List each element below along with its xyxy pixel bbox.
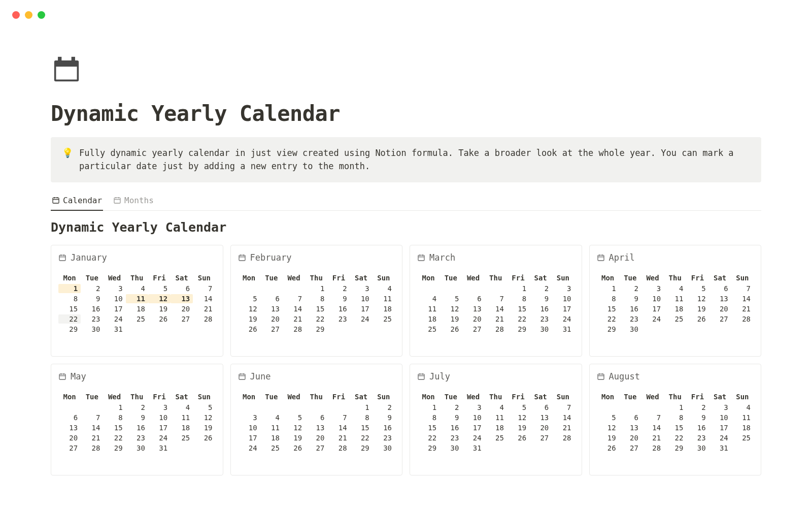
day-cell[interactable]: 4: [373, 284, 395, 293]
day-cell[interactable]: 10: [552, 294, 574, 303]
day-cell[interactable]: 5: [193, 403, 215, 412]
day-cell[interactable]: 3: [552, 284, 574, 293]
day-cell[interactable]: 1: [58, 284, 81, 293]
day-cell[interactable]: 27: [619, 443, 641, 453]
day-cell[interactable]: 26: [597, 443, 619, 453]
day-cell[interactable]: 26: [148, 314, 171, 324]
day-cell[interactable]: 18: [126, 304, 148, 313]
day-cell[interactable]: 15: [103, 423, 125, 432]
day-cell[interactable]: 14: [81, 423, 103, 432]
day-cell[interactable]: 2: [327, 284, 350, 293]
day-cell[interactable]: 25: [485, 433, 507, 442]
day-cell[interactable]: 27: [260, 325, 283, 334]
day-cell[interactable]: 18: [417, 314, 439, 324]
day-cell[interactable]: 5: [148, 284, 171, 293]
day-cell[interactable]: 13: [260, 304, 283, 313]
day-cell[interactable]: 11: [731, 413, 754, 422]
day-cell[interactable]: 11: [260, 423, 283, 432]
day-cell[interactable]: 17: [709, 423, 731, 432]
day-cell[interactable]: 13: [305, 423, 327, 432]
day-cell[interactable]: 16: [81, 304, 103, 313]
day-cell[interactable]: 28: [283, 325, 305, 334]
day-cell[interactable]: 14: [283, 304, 305, 313]
day-cell[interactable]: 5: [238, 294, 260, 303]
day-cell[interactable]: 12: [597, 423, 619, 432]
day-cell[interactable]: 3: [238, 413, 260, 422]
day-cell[interactable]: 14: [327, 423, 350, 432]
day-cell[interactable]: 29: [664, 443, 686, 453]
day-cell[interactable]: 8: [664, 413, 686, 422]
day-cell[interactable]: 18: [373, 304, 395, 313]
day-cell[interactable]: 7: [283, 294, 305, 303]
day-cell[interactable]: 27: [171, 314, 193, 324]
day-cell[interactable]: 11: [373, 294, 395, 303]
day-cell[interactable]: 30: [373, 443, 395, 453]
day-cell[interactable]: 25: [171, 433, 193, 442]
day-cell[interactable]: 3: [709, 403, 731, 412]
day-cell[interactable]: 13: [709, 294, 731, 303]
day-cell[interactable]: 4: [485, 403, 507, 412]
month-card[interactable]: MarchMonTueWedThuFriSatSun12345678910111…: [410, 245, 582, 357]
day-cell[interactable]: 12: [507, 413, 529, 422]
day-cell[interactable]: 4: [171, 403, 193, 412]
day-cell[interactable]: 16: [439, 423, 462, 432]
month-card[interactable]: FebruaryMonTueWedThuFriSatSun12345678910…: [230, 245, 403, 357]
day-cell[interactable]: 13: [619, 423, 641, 432]
day-cell[interactable]: 16: [619, 304, 641, 313]
day-cell[interactable]: 30: [619, 325, 641, 334]
day-cell[interactable]: 18: [485, 423, 507, 432]
day-cell[interactable]: 16: [686, 423, 708, 432]
day-cell[interactable]: 11: [664, 294, 686, 303]
month-card[interactable]: JuneMonTueWedThuFriSatSun123456789101112…: [230, 364, 403, 475]
day-cell[interactable]: 19: [597, 433, 619, 442]
day-cell[interactable]: 14: [485, 304, 507, 313]
day-cell[interactable]: 6: [58, 413, 81, 422]
day-cell[interactable]: 25: [417, 325, 439, 334]
day-cell[interactable]: 7: [731, 284, 754, 293]
day-cell[interactable]: 24: [462, 433, 484, 442]
day-cell[interactable]: 15: [417, 423, 439, 432]
day-cell[interactable]: 22: [305, 314, 327, 324]
day-cell[interactable]: 11: [485, 413, 507, 422]
day-cell[interactable]: 31: [552, 325, 574, 334]
day-cell[interactable]: 6: [619, 413, 641, 422]
day-cell[interactable]: 29: [417, 443, 439, 453]
day-cell[interactable]: 24: [238, 443, 260, 453]
day-cell[interactable]: 10: [462, 413, 484, 422]
day-cell[interactable]: 21: [81, 433, 103, 442]
day-cell[interactable]: 26: [283, 443, 305, 453]
day-cell[interactable]: 1: [597, 284, 619, 293]
day-cell[interactable]: 26: [193, 433, 215, 442]
month-card[interactable]: AugustMonTueWedThuFriSatSun1234567891011…: [589, 364, 762, 475]
day-cell[interactable]: 5: [686, 284, 708, 293]
day-cell[interactable]: 22: [58, 314, 81, 324]
day-cell[interactable]: 3: [103, 284, 125, 293]
day-cell[interactable]: 2: [373, 403, 395, 412]
day-cell[interactable]: 14: [193, 294, 215, 303]
day-cell[interactable]: 23: [327, 314, 350, 324]
day-cell[interactable]: 9: [327, 294, 350, 303]
day-cell[interactable]: 5: [507, 403, 529, 412]
day-cell[interactable]: 21: [327, 433, 350, 442]
day-cell[interactable]: 5: [439, 294, 462, 303]
day-cell[interactable]: 2: [439, 403, 462, 412]
day-cell[interactable]: 24: [148, 433, 171, 442]
tab-calendar[interactable]: Calendar: [51, 193, 103, 210]
day-cell[interactable]: 10: [238, 423, 260, 432]
day-cell[interactable]: 27: [709, 314, 731, 324]
day-cell[interactable]: 6: [171, 284, 193, 293]
day-cell[interactable]: 19: [148, 304, 171, 313]
day-cell[interactable]: 11: [126, 294, 148, 303]
day-cell[interactable]: 21: [731, 304, 754, 313]
day-cell[interactable]: 13: [462, 304, 484, 313]
day-cell[interactable]: 15: [58, 304, 81, 313]
day-cell[interactable]: 4: [126, 284, 148, 293]
day-cell[interactable]: 20: [171, 304, 193, 313]
day-cell[interactable]: 28: [81, 443, 103, 453]
day-cell[interactable]: 25: [664, 314, 686, 324]
day-cell[interactable]: 29: [58, 325, 81, 334]
day-cell[interactable]: 2: [81, 284, 103, 293]
day-cell[interactable]: 16: [373, 423, 395, 432]
day-cell[interactable]: 24: [641, 314, 664, 324]
day-cell[interactable]: 28: [327, 443, 350, 453]
